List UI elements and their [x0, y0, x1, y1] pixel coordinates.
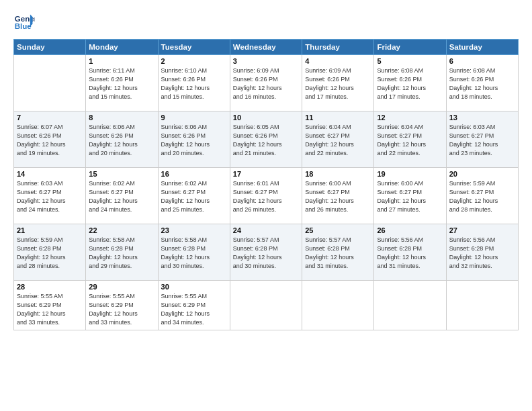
- day-number: 25: [305, 226, 371, 234]
- day-number: 22: [89, 226, 154, 234]
- week-row-2: 7Sunrise: 6:07 AMSunset: 6:26 PMDaylight…: [14, 111, 519, 168]
- calendar-cell: [374, 281, 446, 330]
- day-number: 16: [161, 170, 227, 178]
- calendar-cell: 18Sunrise: 6:00 AMSunset: 6:27 PMDayligh…: [302, 168, 374, 224]
- day-number: 3: [233, 57, 299, 65]
- day-number: 1: [89, 57, 154, 65]
- calendar-cell: 17Sunrise: 6:01 AMSunset: 6:27 PMDayligh…: [230, 168, 302, 224]
- day-number: 5: [377, 57, 443, 65]
- calendar-cell: 15Sunrise: 6:02 AMSunset: 6:27 PMDayligh…: [86, 168, 158, 224]
- day-info: Sunrise: 5:57 AMSunset: 6:28 PMDaylight:…: [305, 236, 371, 271]
- day-info: Sunrise: 6:03 AMSunset: 6:27 PMDaylight:…: [449, 123, 515, 158]
- calendar-cell: 27Sunrise: 5:56 AMSunset: 6:28 PMDayligh…: [446, 224, 518, 281]
- day-info: Sunrise: 6:00 AMSunset: 6:27 PMDaylight:…: [377, 179, 443, 214]
- day-number: 20: [449, 170, 515, 178]
- day-info: Sunrise: 5:57 AMSunset: 6:28 PMDaylight:…: [233, 236, 299, 271]
- week-row-4: 21Sunrise: 5:59 AMSunset: 6:28 PMDayligh…: [14, 224, 519, 281]
- day-number: 24: [233, 226, 299, 234]
- day-number: 7: [17, 113, 83, 122]
- day-number: 18: [305, 170, 371, 178]
- logo: General Blue: [13, 12, 35, 34]
- day-number: 10: [233, 113, 299, 122]
- calendar-cell: 19Sunrise: 6:00 AMSunset: 6:27 PMDayligh…: [374, 168, 446, 224]
- day-info: Sunrise: 6:06 AMSunset: 6:26 PMDaylight:…: [161, 123, 227, 158]
- header-friday: Friday: [374, 40, 446, 55]
- day-info: Sunrise: 6:10 AMSunset: 6:26 PMDaylight:…: [161, 66, 227, 101]
- calendar-cell: 7Sunrise: 6:07 AMSunset: 6:26 PMDaylight…: [14, 111, 86, 168]
- day-info: Sunrise: 6:01 AMSunset: 6:27 PMDaylight:…: [233, 179, 299, 214]
- week-row-3: 14Sunrise: 6:03 AMSunset: 6:27 PMDayligh…: [14, 168, 519, 224]
- calendar-cell: [14, 55, 86, 111]
- day-number: 14: [17, 170, 83, 178]
- day-info: Sunrise: 6:09 AMSunset: 6:26 PMDaylight:…: [305, 66, 371, 101]
- calendar-cell: 25Sunrise: 5:57 AMSunset: 6:28 PMDayligh…: [302, 224, 374, 281]
- day-info: Sunrise: 6:11 AMSunset: 6:26 PMDaylight:…: [89, 66, 154, 101]
- day-info: Sunrise: 6:04 AMSunset: 6:27 PMDaylight:…: [377, 123, 443, 158]
- day-number: 19: [377, 170, 443, 178]
- day-info: Sunrise: 6:08 AMSunset: 6:26 PMDaylight:…: [377, 66, 443, 101]
- day-number: 21: [17, 226, 83, 234]
- calendar-cell: 10Sunrise: 6:05 AMSunset: 6:26 PMDayligh…: [230, 111, 302, 168]
- header-tuesday: Tuesday: [158, 40, 230, 55]
- calendar-cell: 11Sunrise: 6:04 AMSunset: 6:27 PMDayligh…: [302, 111, 374, 168]
- week-row-1: 1Sunrise: 6:11 AMSunset: 6:26 PMDaylight…: [14, 55, 519, 111]
- calendar-table: SundayMondayTuesdayWednesdayThursdayFrid…: [13, 39, 519, 330]
- header-saturday: Saturday: [446, 40, 518, 55]
- page: General Blue SundayMondayTuesdayWednesda…: [0, 0, 532, 411]
- calendar-cell: [302, 281, 374, 330]
- day-number: 2: [161, 57, 227, 65]
- day-number: 30: [161, 283, 227, 291]
- calendar-cell: 20Sunrise: 5:59 AMSunset: 6:27 PMDayligh…: [446, 168, 518, 224]
- day-number: 26: [377, 226, 443, 234]
- day-number: 15: [89, 170, 154, 178]
- day-info: Sunrise: 5:58 AMSunset: 6:28 PMDaylight:…: [161, 236, 227, 271]
- day-number: 4: [305, 57, 371, 65]
- day-info: Sunrise: 6:02 AMSunset: 6:27 PMDaylight:…: [161, 179, 227, 214]
- header-wednesday: Wednesday: [230, 40, 302, 55]
- calendar-cell: 13Sunrise: 6:03 AMSunset: 6:27 PMDayligh…: [446, 111, 518, 168]
- calendar-cell: 22Sunrise: 5:58 AMSunset: 6:28 PMDayligh…: [86, 224, 158, 281]
- day-info: Sunrise: 6:05 AMSunset: 6:26 PMDaylight:…: [233, 123, 299, 158]
- day-info: Sunrise: 6:07 AMSunset: 6:26 PMDaylight:…: [17, 123, 83, 158]
- calendar-cell: 6Sunrise: 6:08 AMSunset: 6:26 PMDaylight…: [446, 55, 518, 111]
- day-number: 23: [161, 226, 227, 234]
- logo-icon: General Blue: [13, 12, 35, 34]
- calendar-cell: [446, 281, 518, 330]
- day-info: Sunrise: 6:09 AMSunset: 6:26 PMDaylight:…: [233, 66, 299, 101]
- day-info: Sunrise: 5:58 AMSunset: 6:28 PMDaylight:…: [89, 236, 154, 271]
- day-number: 13: [449, 113, 515, 122]
- week-row-5: 28Sunrise: 5:55 AMSunset: 6:29 PMDayligh…: [14, 281, 519, 330]
- day-number: 12: [377, 113, 443, 122]
- calendar-cell: 23Sunrise: 5:58 AMSunset: 6:28 PMDayligh…: [158, 224, 230, 281]
- calendar-cell: 16Sunrise: 6:02 AMSunset: 6:27 PMDayligh…: [158, 168, 230, 224]
- calendar-header-row: SundayMondayTuesdayWednesdayThursdayFrid…: [14, 40, 519, 55]
- day-info: Sunrise: 5:56 AMSunset: 6:28 PMDaylight:…: [377, 236, 443, 271]
- day-number: 17: [233, 170, 299, 178]
- calendar-cell: 28Sunrise: 5:55 AMSunset: 6:29 PMDayligh…: [14, 281, 86, 330]
- calendar-cell: 8Sunrise: 6:06 AMSunset: 6:26 PMDaylight…: [86, 111, 158, 168]
- svg-text:Blue: Blue: [15, 22, 32, 30]
- day-info: Sunrise: 5:59 AMSunset: 6:28 PMDaylight:…: [17, 236, 83, 271]
- day-info: Sunrise: 6:02 AMSunset: 6:27 PMDaylight:…: [89, 179, 154, 214]
- calendar-cell: 2Sunrise: 6:10 AMSunset: 6:26 PMDaylight…: [158, 55, 230, 111]
- day-info: Sunrise: 5:56 AMSunset: 6:28 PMDaylight:…: [449, 236, 515, 271]
- day-info: Sunrise: 5:55 AMSunset: 6:29 PMDaylight:…: [161, 292, 227, 327]
- calendar-cell: 5Sunrise: 6:08 AMSunset: 6:26 PMDaylight…: [374, 55, 446, 111]
- calendar-cell: 21Sunrise: 5:59 AMSunset: 6:28 PMDayligh…: [14, 224, 86, 281]
- calendar-cell: 1Sunrise: 6:11 AMSunset: 6:26 PMDaylight…: [86, 55, 158, 111]
- header-thursday: Thursday: [302, 40, 374, 55]
- day-info: Sunrise: 6:00 AMSunset: 6:27 PMDaylight:…: [305, 179, 371, 214]
- day-number: 6: [449, 57, 515, 65]
- header-monday: Monday: [86, 40, 158, 55]
- day-info: Sunrise: 6:04 AMSunset: 6:27 PMDaylight:…: [305, 123, 371, 158]
- calendar-cell: 3Sunrise: 6:09 AMSunset: 6:26 PMDaylight…: [230, 55, 302, 111]
- day-number: 29: [89, 283, 154, 291]
- calendar-cell: 26Sunrise: 5:56 AMSunset: 6:28 PMDayligh…: [374, 224, 446, 281]
- day-number: 8: [89, 113, 154, 122]
- day-number: 9: [161, 113, 227, 122]
- calendar-cell: [230, 281, 302, 330]
- day-info: Sunrise: 6:03 AMSunset: 6:27 PMDaylight:…: [17, 179, 83, 214]
- calendar-cell: 29Sunrise: 5:55 AMSunset: 6:29 PMDayligh…: [86, 281, 158, 330]
- day-number: 11: [305, 113, 371, 122]
- day-number: 28: [17, 283, 83, 291]
